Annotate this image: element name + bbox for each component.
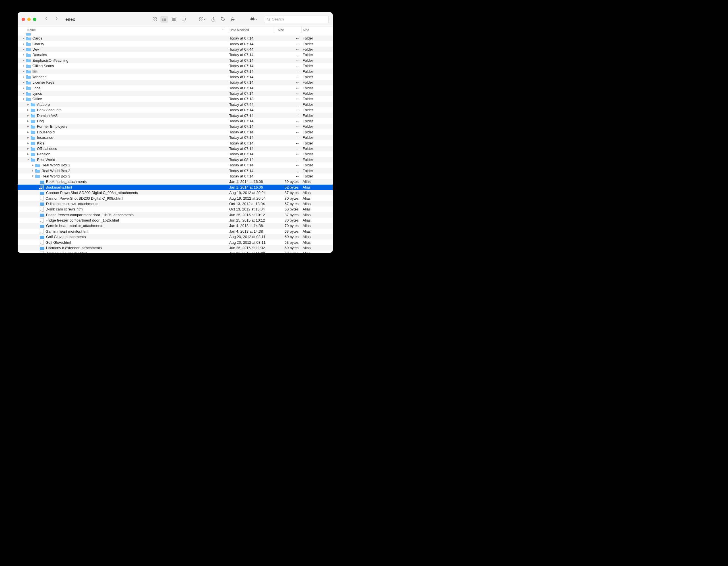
disclosure-triangle[interactable]: ▶	[27, 114, 30, 117]
file-row[interactable]: ▶KidsToday at 07:14--Folder	[18, 140, 333, 146]
folder-icon	[31, 158, 35, 161]
dropbox-button[interactable]	[249, 16, 259, 23]
column-view-button[interactable]	[170, 16, 178, 23]
file-kind: Alias	[301, 235, 333, 239]
file-row[interactable]: Fridge freezer compartment door _1b2b.ht…	[18, 218, 333, 223]
file-row[interactable]: ▶CardsToday at 07:14--Folder	[18, 36, 333, 41]
file-name: Real World Box 3	[42, 174, 70, 178]
column-header-name[interactable]: Name ⌃	[18, 28, 228, 32]
disclosure-triangle[interactable]: ▼	[22, 98, 25, 100]
column-header-kind[interactable]: Kind	[301, 26, 333, 33]
file-list[interactable]: ▶CardsToday at 07:14--Folder▶CharityToda…	[18, 33, 333, 253]
tags-button[interactable]	[219, 16, 227, 23]
disclosure-triangle[interactable]: ▶	[27, 109, 30, 111]
disclosure-triangle[interactable]: ▶	[27, 147, 30, 150]
disclosure-triangle[interactable]: ▶	[22, 53, 25, 56]
file-kind: Folder	[301, 108, 333, 112]
file-row[interactable]: ▶HouseholdToday at 07:14--Folder	[18, 129, 333, 135]
disclosure-triangle[interactable]: ▶	[27, 103, 30, 106]
file-kind: Alias	[301, 218, 333, 222]
file-row[interactable]: Harmony ir extender_attachmentsJun 26, 2…	[18, 245, 333, 251]
file-row[interactable]: ▼Real WorldToday at 08:12--Folder	[18, 157, 333, 162]
close-button[interactable]	[22, 18, 25, 21]
file-size: 67 bytes	[275, 202, 301, 206]
file-row[interactable]: ▶License KeysToday at 07:14--Folder	[18, 80, 333, 85]
file-row[interactable]: ▶Former EmployersToday at 07:14--Folder	[18, 124, 333, 129]
icon-view-button[interactable]	[151, 16, 159, 23]
folder-icon	[31, 147, 35, 150]
disclosure-triangle[interactable]: ▶	[31, 170, 34, 172]
disclosure-triangle[interactable]: ▶	[27, 125, 30, 128]
file-row[interactable]: ▶LocalToday at 07:14--Folder	[18, 85, 333, 91]
file-row[interactable]: ▶DogToday at 07:14--Folder	[18, 118, 333, 124]
file-row[interactable]: ▼Real World Box 3Today at 07:14--Folder	[18, 173, 333, 179]
file-row[interactable]: ▶DomainsToday at 07:14--Folder	[18, 52, 333, 57]
disclosure-triangle[interactable]: ▼	[27, 158, 30, 161]
disclosure-triangle[interactable]: ▼	[31, 175, 34, 177]
file-row[interactable]: ▶CharityToday at 07:14--Folder	[18, 41, 333, 46]
file-name: Local	[32, 86, 41, 90]
disclosure-triangle[interactable]: ▶	[22, 48, 25, 51]
file-row[interactable]: ▶DevToday at 07:44--Folder	[18, 47, 333, 52]
disclosure-triangle[interactable]: ▶	[27, 136, 30, 139]
file-row[interactable]: ▶Real World Box 1Today at 07:14--Folder	[18, 162, 333, 168]
disclosure-triangle[interactable]: ▶	[22, 76, 25, 78]
file-row[interactable]: Golf Glove.htmlAug 20, 2012 at 03:1153 b…	[18, 239, 333, 245]
file-row[interactable]: ▶Gillian ScansToday at 07:14--Folder	[18, 63, 333, 69]
gallery-view-button[interactable]	[180, 16, 188, 23]
disclosure-triangle[interactable]: ▶	[22, 37, 25, 40]
file-row[interactable]: D-link cam screws.htmlOct 13, 2012 at 13…	[18, 206, 333, 212]
file-row[interactable]: Cannon PowerShot SD200 Digital C_908a.ht…	[18, 195, 333, 201]
file-row[interactable]: ▶Damian AVSToday at 07:14--Folder	[18, 113, 333, 118]
file-row[interactable]: ▶kanbannToday at 07:14--Folder	[18, 74, 333, 80]
zoom-button[interactable]	[33, 18, 36, 21]
file-row[interactable]: ▶PensionToday at 07:14--Folder	[18, 151, 333, 157]
column-header-size[interactable]: Size	[275, 26, 301, 33]
file-row[interactable]: ▼OfficeToday at 07:18--Folder	[18, 96, 333, 102]
file-row[interactable]: Golf Glove_attachmentsAug 20, 2012 at 03…	[18, 234, 333, 239]
disclosure-triangle[interactable]: ▶	[22, 70, 25, 73]
disclosure-triangle[interactable]: ▶	[27, 153, 30, 155]
file-row[interactable]: ▶Real World Box 2Today at 07:14--Folder	[18, 168, 333, 173]
file-row[interactable]: ▶iftttToday at 07:14--Folder	[18, 69, 333, 74]
action-button[interactable]	[229, 16, 239, 23]
disclosure-triangle[interactable]: ▶	[22, 81, 25, 84]
file-row[interactable]	[18, 33, 333, 36]
disclosure-triangle[interactable]: ▶	[27, 142, 30, 144]
file-row[interactable]: Bookmarks.htmlJan 1, 2014 at 16:0652 byt…	[18, 185, 333, 190]
file-row[interactable]: Cannon PowerShot SD200 Digital C_908a_at…	[18, 190, 333, 195]
share-button[interactable]	[209, 16, 217, 23]
disclosure-triangle[interactable]: ▶	[22, 43, 25, 45]
file-row[interactable]: Fridge freezer compartment door _1b2b_at…	[18, 212, 333, 218]
disclosure-triangle[interactable]: ▶	[31, 164, 34, 166]
file-row[interactable]: ▶InsuranceToday at 07:14--Folder	[18, 135, 333, 140]
disclosure-triangle[interactable]: ▶	[22, 87, 25, 89]
file-row[interactable]: Bookmarks_attachmentsJan 1, 2014 at 16:0…	[18, 179, 333, 184]
column-header-date[interactable]: Date Modified	[228, 26, 275, 33]
disclosure-triangle[interactable]: ▶	[22, 59, 25, 62]
disclosure-triangle[interactable]: ▶	[22, 92, 25, 95]
file-icon	[40, 207, 44, 212]
list-view-button[interactable]	[160, 16, 168, 23]
file-kind: Folder	[301, 169, 333, 173]
file-row[interactable]: ▶LyricsToday at 07:14--Folder	[18, 91, 333, 96]
minimize-button[interactable]	[27, 18, 31, 21]
disclosure-triangle[interactable]: ▶	[22, 65, 25, 67]
file-row[interactable]: ▶Bank AccountsToday at 07:14--Folder	[18, 107, 333, 113]
disclosure-triangle[interactable]: ▶	[27, 120, 30, 122]
file-size: --	[275, 58, 301, 63]
file-row[interactable]: Garmin heart monitor.htmlJan 4, 2013 at …	[18, 229, 333, 234]
file-kind: Folder	[301, 146, 333, 151]
file-row[interactable]: Harmony ir extender.htmlJun 26, 2015 at …	[18, 251, 333, 253]
file-kind: Alias	[301, 179, 333, 184]
file-row[interactable]: ▶Official docsToday at 07:14--Folder	[18, 146, 333, 151]
file-row[interactable]: ▶EmphasisOnTeachingToday at 07:14--Folde…	[18, 58, 333, 63]
disclosure-triangle[interactable]: ▶	[27, 131, 30, 133]
back-button[interactable]	[44, 16, 49, 22]
file-row[interactable]: ▶AtadoreToday at 07:44--Folder	[18, 102, 333, 107]
search-field[interactable]: Search	[264, 16, 329, 23]
forward-button[interactable]	[54, 16, 59, 22]
group-button[interactable]	[197, 16, 208, 23]
file-row[interactable]: D-link cam screws_attachmentsOct 13, 201…	[18, 201, 333, 206]
file-row[interactable]: Garmin heart monitor_attachmentsJan 4, 2…	[18, 223, 333, 228]
